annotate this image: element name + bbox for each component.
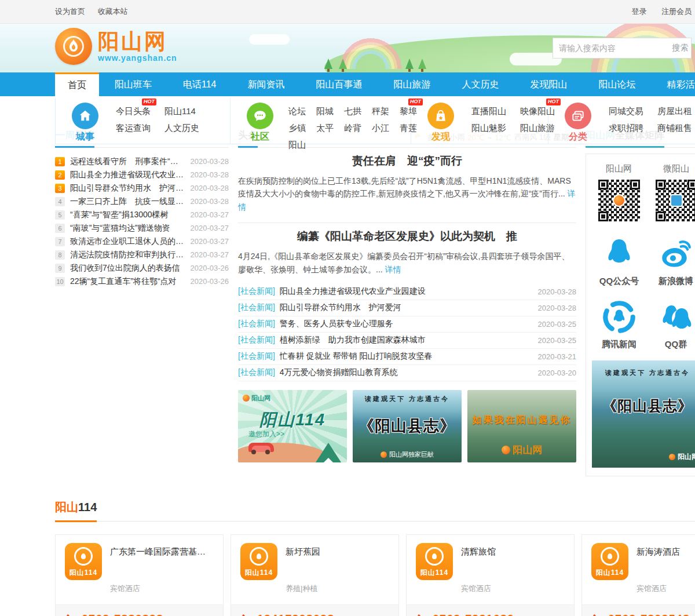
- search-input[interactable]: [553, 43, 670, 53]
- nav-item[interactable]: 新闻资讯: [232, 72, 301, 96]
- channel-qq-official[interactable]: QQ公众号: [592, 236, 646, 287]
- nav-item[interactable]: 人文历史: [447, 72, 515, 96]
- favorite-link[interactable]: 收藏本站: [98, 7, 128, 16]
- news-item[interactable]: [社会新闻] 警务、医务人员获专业心理服务 2020-03-25: [238, 316, 576, 333]
- news-item[interactable]: [社会新闻] 阳山县全力推进省级现代农业产业园建设 2020-03-28: [238, 284, 576, 300]
- business-card[interactable]: 阳山114 新圩蕉园 养殖|种植 13417298038: [231, 534, 399, 616]
- banner-yangshan114[interactable]: 阳山网 阳山114 邀您加入>>: [238, 390, 347, 462]
- flame-logo-icon: [669, 454, 675, 460]
- site-url: www.yangshan.cn: [98, 53, 177, 63]
- weekly-item[interactable]: 9 我们收到7位出院病人的表扬信 2020-03-26: [55, 261, 229, 275]
- phone-row[interactable]: 0763-7886838: [56, 604, 223, 616]
- channel-qq-group[interactable]: QQ群: [649, 300, 695, 350]
- mega-link[interactable]: 阳山114: [164, 106, 199, 117]
- register-link[interactable]: 注册会员: [661, 7, 692, 16]
- weekly-digest-column: 一周导读 1 远程连线看守所 刑事案件“隔空 2020-03-28 2 阳山县全…: [55, 129, 229, 476]
- phone-row[interactable]: 0763-7321689: [407, 604, 574, 616]
- mega-link[interactable]: 阳城: [316, 106, 334, 117]
- rank-badge: 8: [55, 250, 65, 260]
- business-card[interactable]: 阳山114 新海涛酒店 宾馆酒店 0763-7893548: [581, 534, 695, 616]
- yangshan114-app-icon: 阳山114: [240, 543, 277, 580]
- news-item[interactable]: [社会新闻] 忙春耕 促就业 帮带销 阳山打响脱贫攻坚春 2020-03-21: [238, 349, 576, 365]
- wechat-mini-logo: [670, 194, 683, 207]
- mega-link[interactable]: 同城交易: [609, 106, 643, 117]
- qr-label: 阳山网: [592, 163, 646, 174]
- mega-link[interactable]: 小江: [372, 123, 389, 134]
- mega-link[interactable]: 七拱: [344, 106, 361, 117]
- mega-link[interactable]: 阳山魅影: [471, 123, 506, 134]
- mega-link[interactable]: 青莲: [400, 123, 417, 134]
- phone-row[interactable]: 13417298038: [231, 604, 398, 616]
- weekly-item[interactable]: 8 清远法院疫情防控和审判执行“两 2020-03-27: [55, 248, 229, 261]
- phone-row[interactable]: 0763-7893548: [582, 604, 695, 616]
- news-date: 2020-03-28: [538, 287, 577, 296]
- weekly-item-date: 2020-03-27: [191, 237, 229, 246]
- channel-weibo[interactable]: 新浪微博: [649, 236, 695, 287]
- nav-item[interactable]: 阳山论坛: [583, 72, 652, 96]
- nav-item[interactable]: 阳山旅游: [378, 72, 447, 96]
- mega-link[interactable]: 阳山: [288, 140, 306, 151]
- mega-group-label: 城事: [67, 131, 103, 143]
- news-date: 2020-03-28: [538, 304, 577, 312]
- channel-tencent-news[interactable]: 腾讯新闻: [592, 300, 646, 350]
- mega-link[interactable]: 客运查询: [116, 123, 151, 134]
- headline-title[interactable]: 编纂《阳山革命老区发展史》以此为契机 推: [238, 229, 576, 244]
- mega-link[interactable]: 映像阳山HOT: [520, 106, 555, 117]
- tree-illustration: [405, 59, 414, 69]
- weekly-item[interactable]: 4 一家三口齐上阵 抗疫一线显担当 2020-03-28: [55, 195, 229, 208]
- promo-banners: 阳山网 阳山114 邀您加入>> 读建观天下 方志通古今 《阳山县志》 阳山网独…: [238, 390, 576, 462]
- mega-link[interactable]: 黎埠HOT: [400, 106, 417, 117]
- read-more-link[interactable]: 详情: [385, 265, 401, 274]
- mega-link[interactable]: 今日头条HOT: [116, 106, 151, 117]
- mega-link[interactable]: 太平: [316, 123, 334, 134]
- set-home-link[interactable]: 设为首页: [55, 7, 85, 16]
- site-logo[interactable]: 阳山网 www.yangshan.cn: [55, 28, 177, 65]
- weekly-item[interactable]: 5 “喜莱”与“智垄”捐13000棵树 2020-03-27: [55, 208, 229, 221]
- weekly-item[interactable]: 1 远程连线看守所 刑事案件“隔空 2020-03-28: [55, 155, 229, 168]
- phone-number: 13417298038: [257, 613, 334, 616]
- phone-icon: [65, 614, 76, 616]
- phone-number: 0763-7886838: [82, 613, 163, 616]
- weekly-item[interactable]: 2 阳山县全力推进省级现代农业产业 2020-03-28: [55, 168, 229, 181]
- mega-link[interactable]: 房屋出租: [657, 106, 692, 117]
- banner-title: 《阳山县志》: [592, 396, 695, 415]
- phone-icon: [591, 614, 602, 616]
- nav-item[interactable]: 发现阳山: [515, 72, 583, 96]
- weekly-item-date: 2020-03-27: [191, 210, 229, 219]
- headline-title[interactable]: 责任在肩 迎“疫”而行: [238, 154, 576, 169]
- weekly-item-date: 2020-03-28: [191, 157, 229, 166]
- social-news-list: [社会新闻] 阳山县全力推进省级现代农业产业园建设 2020-03-28 [社会…: [238, 284, 576, 381]
- mega-link[interactable]: 直播阳山: [471, 106, 506, 117]
- weekly-item[interactable]: 10 22辆“复工直通车”将往鄂“点对 2020-03-26: [55, 275, 229, 288]
- nav-item[interactable]: 阳山百事通: [301, 72, 378, 96]
- mega-link[interactable]: 秤架: [372, 106, 389, 117]
- rank-badge: 10: [55, 277, 65, 286]
- nav-item[interactable]: 电话114: [167, 72, 232, 96]
- weekly-item-title: 22辆“复工直通车”将往鄂“点对: [70, 276, 186, 287]
- news-item[interactable]: [社会新闻] 4万元爱心物资捐赠阳山教育系统 2020-03-20: [238, 365, 576, 381]
- mega-link[interactable]: 论坛: [288, 106, 306, 117]
- mega-link[interactable]: 商铺租售: [657, 123, 692, 134]
- nav-item[interactable]: 阳山班车: [99, 72, 167, 96]
- headline-article: 编纂《阳山革命老区发展史》以此为契机 推 4月24日,《阳山县革命老区发展史》编…: [238, 229, 576, 276]
- search-button[interactable]: 搜索: [670, 43, 691, 53]
- nav-item[interactable]: 精彩活动: [652, 72, 695, 96]
- news-item[interactable]: [社会新闻] 阳山引导群众节约用水 护河爱河 2020-03-28: [238, 300, 576, 316]
- weekly-item[interactable]: 6 “南玻”与“蓝猫均达”赠送物资 2020-03-27: [55, 221, 229, 235]
- nav-item[interactable]: 首页: [55, 72, 99, 96]
- mega-group-city: 城事 今日头条HOT阳山114客运查询人文历史: [56, 98, 231, 144]
- banner-county-annals[interactable]: 读建观天下 方志通古今 《阳山县志》 阳山网独家巨献: [353, 390, 462, 462]
- mega-link[interactable]: 阳山旅游: [520, 123, 555, 134]
- news-item[interactable]: [社会新闻] 植树添新绿 助力我市创建国家森林城市 2020-03-25: [238, 333, 576, 349]
- weekly-item[interactable]: 7 致清远市企业职工退休人员的一封 2020-03-27: [55, 235, 229, 248]
- mega-link[interactable]: 人文历史: [164, 123, 199, 134]
- banner-meet-you[interactable]: 如果我在阳山遇见你 阳山网: [467, 390, 576, 462]
- mega-link[interactable]: 岭背: [344, 123, 361, 134]
- login-link[interactable]: 登录: [631, 7, 646, 16]
- mega-link[interactable]: 乡镇: [288, 123, 306, 134]
- mega-link[interactable]: 求职招聘: [609, 123, 643, 134]
- weekly-item[interactable]: 3 阳山引导群众节约用水 护河爱河 2020-03-28: [55, 181, 229, 195]
- business-card[interactable]: 阳山114 清辉旅馆 宾馆酒店 0763-7321689: [406, 534, 575, 616]
- sidebar-banner-county-annals[interactable]: 读建观天下 方志通古今 《阳山县志》 阳山网: [592, 360, 695, 468]
- business-card[interactable]: 阳山114 广东第一峰国际露营基地住宿 宾馆酒店 0763-7886838: [55, 534, 224, 616]
